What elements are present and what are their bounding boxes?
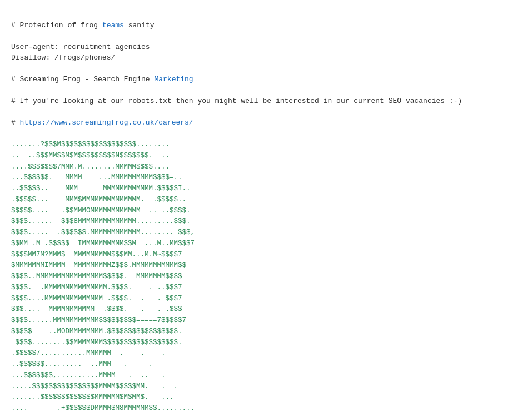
line-comment-3: # If you're looking at our robots.txt th… xyxy=(11,97,462,105)
line-comment-1: # Protection of frog teams sanity xyxy=(11,21,154,29)
ascii-art: .......?$$$M$$$$$$$$$$$$$$$$$$........ .… xyxy=(11,141,195,416)
line-comment-2: # Screaming Frog - Search Engine Marketi… xyxy=(11,75,193,83)
line-url: # https://www.screamingfrog.co.uk/career… xyxy=(11,118,193,127)
line-useragent: User-agent: recruitment agencies xyxy=(11,43,150,51)
robots-txt-content: # Protection of frog teams sanity User-a… xyxy=(11,9,521,416)
line-disallow: Disallow: /frogs/phones/ xyxy=(11,53,115,62)
